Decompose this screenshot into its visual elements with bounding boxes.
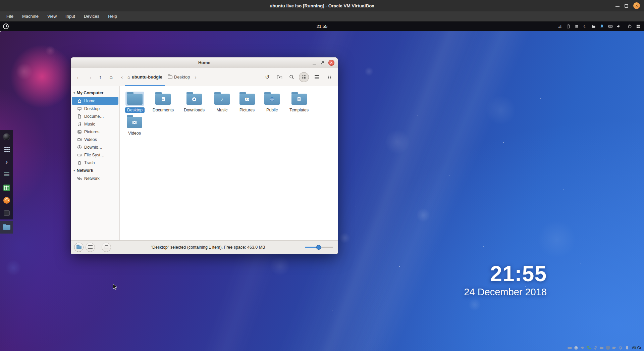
dock-utilities-icon[interactable] (0, 207, 13, 219)
menu-input[interactable]: Input (61, 11, 79, 21)
usb-icon[interactable] (593, 345, 598, 350)
volume-icon[interactable] (616, 24, 621, 29)
system-tray: ⇄ ☾ (557, 21, 641, 31)
panel-clock[interactable]: 21:55 (0, 24, 644, 29)
notifications-bell-icon[interactable] (599, 24, 604, 29)
network-icon (77, 176, 82, 181)
sidebar-item-desktop[interactable]: Desktop (72, 105, 118, 112)
night-light-icon[interactable]: ☾ (583, 24, 588, 29)
dock-app-grid-icon[interactable] (0, 143, 13, 156)
menu-bars-icon[interactable] (574, 24, 579, 29)
session-grid-icon[interactable] (636, 24, 641, 29)
file-documents[interactable]: Documents (149, 91, 178, 113)
sidebar-item-home[interactable]: Home (72, 97, 118, 105)
home-button[interactable]: ⌂ (106, 72, 116, 82)
places-sidebar: ▾ My Computer Home Desktop (71, 86, 120, 240)
menu-view[interactable]: View (43, 11, 61, 21)
dock-software-center-icon[interactable] (0, 194, 13, 207)
zoom-handle[interactable] (316, 245, 321, 250)
keyboard-layout-icon[interactable] (608, 24, 613, 29)
dock-media-sphere-icon[interactable] (0, 130, 13, 143)
window-titlebar[interactable]: Home ✕ (71, 57, 338, 68)
sidebar-section-network[interactable]: ▾ Network (71, 166, 119, 174)
display-icon[interactable] (606, 345, 610, 350)
audio-icon[interactable] (580, 345, 585, 350)
file-music[interactable]: ♪ Music (211, 91, 233, 113)
dock-file-manager-icon[interactable] (0, 221, 13, 234)
undo-icon[interactable]: ↺ (263, 72, 272, 82)
folder-icon (168, 76, 172, 79)
mouse-cursor (113, 284, 118, 292)
maximize-button[interactable] (320, 61, 324, 65)
vbox-minimize-button[interactable] (615, 6, 620, 7)
toolbar: ← → ↑ ⌂ ‹ ⌂ ubuntu-budgie Desktop (71, 68, 338, 86)
dock-task-list-icon[interactable] (0, 168, 13, 181)
shared-folders-icon[interactable] (599, 345, 604, 350)
compact-view-button[interactable] (324, 72, 334, 82)
minimize-button[interactable] (313, 64, 316, 64)
folder-icon (239, 94, 255, 105)
power-icon[interactable] (627, 24, 632, 29)
optical-disk-icon[interactable] (574, 345, 579, 350)
file-downloads[interactable]: Downloads (180, 91, 209, 113)
breadcrumb-forward-chevron[interactable]: › (193, 68, 199, 86)
globe-emblem-icon (264, 94, 280, 105)
sidebar-item-trash[interactable]: Trash (72, 159, 118, 166)
file-pictures[interactable]: Pictures (235, 91, 259, 113)
file-icon-view[interactable]: Desktop Documents Downloads ♪ Music (120, 86, 338, 240)
workspace-arrows-icon[interactable]: ⇄ (557, 24, 562, 29)
dock-spreadsheet-icon[interactable] (0, 181, 13, 194)
search-icon[interactable] (287, 72, 296, 82)
recording-icon[interactable] (612, 345, 617, 350)
sidebar-item-pictures[interactable]: Pictures (72, 128, 118, 136)
document-icon (77, 114, 82, 119)
dock-music-player-icon[interactable]: ♪ (0, 156, 13, 168)
features-icon[interactable] (619, 345, 623, 350)
menu-help[interactable]: Help (104, 11, 121, 21)
sidebar-item-music[interactable]: Music (72, 120, 118, 128)
sidebar-item-network[interactable]: Network (72, 174, 118, 182)
up-button[interactable]: ↑ (96, 72, 105, 82)
sidebar-item-videos[interactable]: Videos (72, 136, 118, 143)
network-icon[interactable] (587, 345, 591, 350)
folder-icon (186, 94, 202, 105)
caret-down-icon: ▾ (73, 91, 75, 95)
vbox-maximize-button[interactable] (625, 4, 628, 8)
menu-devices[interactable]: Devices (79, 11, 104, 21)
list-view-button[interactable] (312, 72, 322, 82)
hide-sidebar-button[interactable] (102, 243, 111, 252)
file-templates[interactable]: Templates (285, 91, 313, 113)
back-button[interactable]: ← (74, 72, 84, 82)
breadcrumb-segment-desktop[interactable]: Desktop (165, 68, 193, 86)
sidebar-item-documents[interactable]: Docume… (72, 112, 118, 120)
sidebar-places-toggle-button[interactable] (74, 243, 84, 252)
sidebar-item-label: Pictures (84, 130, 99, 134)
clipboard-icon[interactable] (566, 24, 571, 29)
grid-view-button[interactable] (299, 72, 309, 82)
file-public[interactable]: Public (261, 91, 283, 113)
places-folder-icon[interactable] (591, 24, 596, 29)
zoom-slider[interactable] (305, 245, 333, 250)
file-desktop[interactable]: Desktop (123, 91, 147, 113)
breadcrumb-segment-home[interactable]: ⌂ ubuntu-budgie (125, 68, 165, 86)
sidebar-item-file-system[interactable]: File Syst… (72, 151, 118, 159)
sidebar-section-my-computer[interactable]: ▾ My Computer (71, 89, 119, 97)
menu-machine[interactable]: Machine (18, 11, 43, 21)
close-button[interactable]: ✕ (328, 60, 334, 66)
sidebar-item-label: Trash (84, 160, 95, 165)
hard-disk-icon[interactable] (568, 345, 572, 350)
forward-button[interactable]: → (85, 72, 94, 82)
music-emblem-icon: ♪ (214, 94, 230, 105)
desktop-clock-widget: 21:55 24 December 2018 (464, 263, 547, 298)
film-emblem-icon (127, 117, 142, 128)
file-videos[interactable]: Videos (123, 114, 146, 137)
new-folder-icon[interactable] (275, 72, 284, 82)
sidebar-tree-toggle-button[interactable] (86, 243, 95, 252)
mouse-integration-icon[interactable] (625, 345, 630, 350)
caret-down-icon: ▾ (73, 169, 75, 172)
sidebar-item-label: File Syst… (84, 153, 104, 157)
menu-file[interactable]: File (2, 11, 18, 21)
sidebar-item-downloads[interactable]: Downlo… (72, 143, 118, 151)
vbox-close-button[interactable]: × (633, 2, 640, 9)
breadcrumb-back-chevron[interactable]: ‹ (119, 68, 125, 86)
